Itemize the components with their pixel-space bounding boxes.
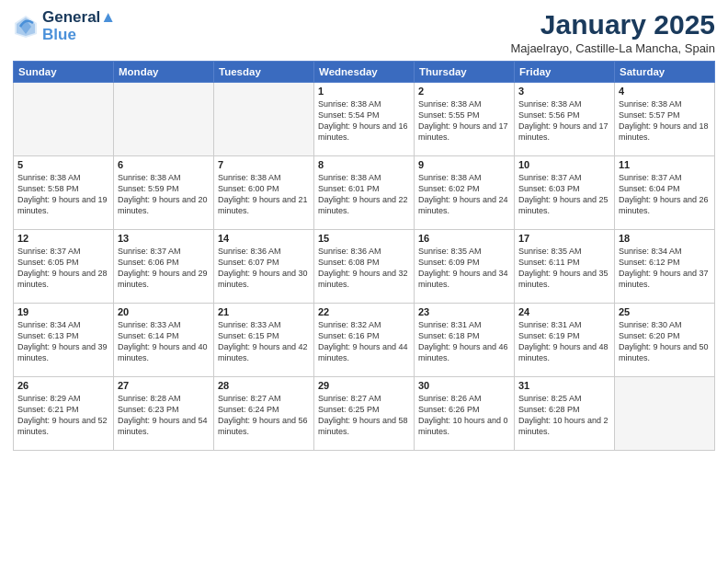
day-info: Sunrise: 8:34 AM Sunset: 6:12 PM Dayligh… bbox=[619, 246, 711, 291]
calendar-day-cell: 17Sunrise: 8:35 AM Sunset: 6:11 PM Dayli… bbox=[515, 230, 615, 304]
day-info: Sunrise: 8:33 AM Sunset: 6:15 PM Dayligh… bbox=[218, 319, 310, 364]
month-title: January 2025 bbox=[510, 9, 715, 40]
calendar-day-cell: 5Sunrise: 8:38 AM Sunset: 5:58 PM Daylig… bbox=[14, 156, 114, 230]
day-info: Sunrise: 8:38 AM Sunset: 6:02 PM Dayligh… bbox=[418, 172, 510, 217]
weekday-header-cell: Friday bbox=[515, 62, 615, 83]
day-info: Sunrise: 8:29 AM Sunset: 6:21 PM Dayligh… bbox=[17, 393, 109, 438]
day-number: 2 bbox=[418, 86, 510, 97]
day-info: Sunrise: 8:38 AM Sunset: 5:57 PM Dayligh… bbox=[619, 98, 711, 144]
calendar-week-row: 1Sunrise: 8:38 AM Sunset: 5:54 PM Daylig… bbox=[14, 83, 715, 156]
calendar-day-cell: 4Sunrise: 8:38 AM Sunset: 5:57 PM Daylig… bbox=[615, 83, 715, 156]
day-number: 9 bbox=[418, 159, 510, 170]
day-info: Sunrise: 8:38 AM Sunset: 5:56 PM Dayligh… bbox=[518, 98, 610, 144]
day-info: Sunrise: 8:38 AM Sunset: 5:54 PM Dayligh… bbox=[318, 98, 410, 144]
day-info: Sunrise: 8:27 AM Sunset: 6:25 PM Dayligh… bbox=[318, 393, 410, 438]
weekday-header-cell: Tuesday bbox=[214, 62, 314, 83]
day-info: Sunrise: 8:32 AM Sunset: 6:16 PM Dayligh… bbox=[318, 319, 410, 364]
day-info: Sunrise: 8:37 AM Sunset: 6:03 PM Dayligh… bbox=[518, 172, 610, 217]
weekday-header-cell: Sunday bbox=[14, 62, 114, 83]
day-info: Sunrise: 8:33 AM Sunset: 6:14 PM Dayligh… bbox=[118, 319, 210, 364]
day-number: 31 bbox=[518, 380, 610, 391]
day-number: 19 bbox=[17, 306, 109, 317]
calendar-day-cell: 6Sunrise: 8:38 AM Sunset: 5:59 PM Daylig… bbox=[114, 156, 214, 230]
day-info: Sunrise: 8:38 AM Sunset: 5:58 PM Dayligh… bbox=[17, 172, 109, 217]
calendar-day-cell: 2Sunrise: 8:38 AM Sunset: 5:55 PM Daylig… bbox=[415, 83, 515, 156]
calendar-day-cell: 21Sunrise: 8:33 AM Sunset: 6:15 PM Dayli… bbox=[214, 304, 314, 377]
day-number: 15 bbox=[318, 233, 410, 244]
calendar-day-cell bbox=[615, 377, 715, 451]
day-info: Sunrise: 8:36 AM Sunset: 6:07 PM Dayligh… bbox=[218, 246, 310, 291]
day-info: Sunrise: 8:37 AM Sunset: 6:05 PM Dayligh… bbox=[17, 246, 109, 291]
day-number: 13 bbox=[118, 233, 210, 244]
day-number: 6 bbox=[118, 159, 210, 170]
calendar-week-row: 19Sunrise: 8:34 AM Sunset: 6:13 PM Dayli… bbox=[14, 304, 715, 377]
calendar-day-cell: 29Sunrise: 8:27 AM Sunset: 6:25 PM Dayli… bbox=[314, 377, 415, 451]
calendar: SundayMondayTuesdayWednesdayThursdayFrid… bbox=[13, 61, 715, 451]
calendar-day-cell: 7Sunrise: 8:38 AM Sunset: 6:00 PM Daylig… bbox=[214, 156, 314, 230]
day-info: Sunrise: 8:35 AM Sunset: 6:09 PM Dayligh… bbox=[418, 246, 510, 291]
calendar-day-cell: 12Sunrise: 8:37 AM Sunset: 6:05 PM Dayli… bbox=[14, 230, 114, 304]
weekday-header-cell: Thursday bbox=[415, 62, 515, 83]
logo-icon bbox=[13, 14, 39, 40]
header: General▲ Blue January 2025 Majaelrayo, C… bbox=[13, 9, 715, 55]
calendar-day-cell: 30Sunrise: 8:26 AM Sunset: 6:26 PM Dayli… bbox=[415, 377, 515, 451]
calendar-day-cell bbox=[214, 83, 314, 156]
weekday-header: SundayMondayTuesdayWednesdayThursdayFrid… bbox=[14, 62, 715, 83]
weekday-header-cell: Wednesday bbox=[314, 62, 415, 83]
day-number: 26 bbox=[17, 380, 109, 391]
day-number: 21 bbox=[218, 306, 310, 317]
day-info: Sunrise: 8:37 AM Sunset: 6:04 PM Dayligh… bbox=[619, 172, 711, 217]
calendar-week-row: 12Sunrise: 8:37 AM Sunset: 6:05 PM Dayli… bbox=[14, 230, 715, 304]
calendar-day-cell: 1Sunrise: 8:38 AM Sunset: 5:54 PM Daylig… bbox=[314, 83, 415, 156]
day-number: 5 bbox=[17, 159, 109, 170]
calendar-day-cell: 18Sunrise: 8:34 AM Sunset: 6:12 PM Dayli… bbox=[615, 230, 715, 304]
day-info: Sunrise: 8:38 AM Sunset: 6:01 PM Dayligh… bbox=[318, 172, 410, 217]
calendar-day-cell: 9Sunrise: 8:38 AM Sunset: 6:02 PM Daylig… bbox=[415, 156, 515, 230]
calendar-body: 1Sunrise: 8:38 AM Sunset: 5:54 PM Daylig… bbox=[14, 83, 715, 451]
day-info: Sunrise: 8:38 AM Sunset: 5:55 PM Dayligh… bbox=[418, 98, 510, 144]
day-info: Sunrise: 8:27 AM Sunset: 6:24 PM Dayligh… bbox=[218, 393, 310, 438]
day-info: Sunrise: 8:26 AM Sunset: 6:26 PM Dayligh… bbox=[418, 393, 510, 438]
calendar-day-cell bbox=[114, 83, 214, 156]
day-number: 18 bbox=[619, 233, 711, 244]
calendar-day-cell: 20Sunrise: 8:33 AM Sunset: 6:14 PM Dayli… bbox=[114, 304, 214, 377]
day-number: 7 bbox=[218, 159, 310, 170]
day-number: 14 bbox=[218, 233, 310, 244]
weekday-header-cell: Monday bbox=[114, 62, 214, 83]
calendar-day-cell: 11Sunrise: 8:37 AM Sunset: 6:04 PM Dayli… bbox=[615, 156, 715, 230]
day-number: 28 bbox=[218, 380, 310, 391]
page: General▲ Blue January 2025 Majaelrayo, C… bbox=[0, 0, 728, 563]
day-info: Sunrise: 8:35 AM Sunset: 6:11 PM Dayligh… bbox=[518, 246, 610, 291]
day-number: 3 bbox=[518, 86, 610, 97]
subtitle: Majaelrayo, Castille-La Mancha, Spain bbox=[510, 41, 715, 55]
day-number: 24 bbox=[518, 306, 610, 317]
day-number: 1 bbox=[318, 86, 410, 97]
day-number: 16 bbox=[418, 233, 510, 244]
logo-text: General▲ Blue bbox=[42, 9, 116, 43]
calendar-day-cell: 14Sunrise: 8:36 AM Sunset: 6:07 PM Dayli… bbox=[214, 230, 314, 304]
calendar-day-cell: 15Sunrise: 8:36 AM Sunset: 6:08 PM Dayli… bbox=[314, 230, 415, 304]
calendar-day-cell: 3Sunrise: 8:38 AM Sunset: 5:56 PM Daylig… bbox=[515, 83, 615, 156]
day-info: Sunrise: 8:36 AM Sunset: 6:08 PM Dayligh… bbox=[318, 246, 410, 291]
day-number: 4 bbox=[619, 86, 711, 97]
day-info: Sunrise: 8:34 AM Sunset: 6:13 PM Dayligh… bbox=[17, 319, 109, 364]
calendar-day-cell: 25Sunrise: 8:30 AM Sunset: 6:20 PM Dayli… bbox=[615, 304, 715, 377]
calendar-day-cell: 13Sunrise: 8:37 AM Sunset: 6:06 PM Dayli… bbox=[114, 230, 214, 304]
calendar-day-cell: 27Sunrise: 8:28 AM Sunset: 6:23 PM Dayli… bbox=[114, 377, 214, 451]
calendar-day-cell: 31Sunrise: 8:25 AM Sunset: 6:28 PM Dayli… bbox=[515, 377, 615, 451]
day-number: 11 bbox=[619, 159, 711, 170]
day-number: 30 bbox=[418, 380, 510, 391]
day-number: 10 bbox=[518, 159, 610, 170]
day-number: 8 bbox=[318, 159, 410, 170]
day-info: Sunrise: 8:30 AM Sunset: 6:20 PM Dayligh… bbox=[619, 319, 711, 364]
day-info: Sunrise: 8:37 AM Sunset: 6:06 PM Dayligh… bbox=[118, 246, 210, 291]
calendar-day-cell: 24Sunrise: 8:31 AM Sunset: 6:19 PM Dayli… bbox=[515, 304, 615, 377]
calendar-week-row: 5Sunrise: 8:38 AM Sunset: 5:58 PM Daylig… bbox=[14, 156, 715, 230]
day-number: 17 bbox=[518, 233, 610, 244]
day-number: 23 bbox=[418, 306, 510, 317]
calendar-day-cell: 23Sunrise: 8:31 AM Sunset: 6:18 PM Dayli… bbox=[415, 304, 515, 377]
day-number: 25 bbox=[619, 306, 711, 317]
calendar-day-cell: 22Sunrise: 8:32 AM Sunset: 6:16 PM Dayli… bbox=[314, 304, 415, 377]
weekday-header-cell: Saturday bbox=[615, 62, 715, 83]
day-info: Sunrise: 8:25 AM Sunset: 6:28 PM Dayligh… bbox=[518, 393, 610, 438]
